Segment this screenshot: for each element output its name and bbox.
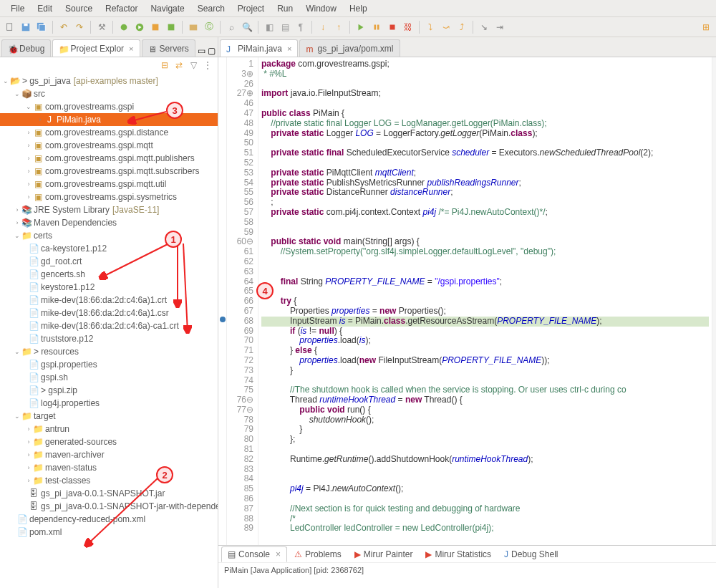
tree-target-folder[interactable]: ⌄📁target: [0, 410, 218, 423]
tree-package[interactable]: ›▣com.grovestreams.gspi.mqtt.subscribers: [0, 165, 218, 178]
resume-icon[interactable]: [354, 20, 368, 34]
open-type-icon[interactable]: ⌕: [224, 20, 238, 34]
tree-folder[interactable]: ›📁generated-sources: [0, 435, 218, 448]
menu-project[interactable]: Project: [231, 1, 271, 16]
suspend-icon[interactable]: [369, 20, 384, 34]
new-class-icon[interactable]: Ⓒ: [202, 20, 216, 34]
runext-icon[interactable]: [164, 20, 178, 34]
tree-file-pom[interactable]: 📄pom.xml: [0, 526, 218, 539]
maximize-icon[interactable]: ▢: [206, 45, 216, 57]
undo-icon[interactable]: ↶: [57, 20, 71, 34]
tree-file[interactable]: 📄> gspi.zip: [0, 384, 218, 397]
search-icon[interactable]: 🔍: [240, 20, 254, 34]
tree-folder[interactable]: ›📁maven-archiver: [0, 448, 218, 461]
bp-tab-mirur-painter[interactable]: ▶Mirur Painter: [349, 547, 419, 562]
tree-package[interactable]: ⌄▣com.grovestreams.gspi: [0, 100, 218, 113]
line-gutter[interactable]: 13⊕2627⊕464748495051525354555657585960⊖6…: [227, 57, 258, 545]
stepover-icon[interactable]: ⤻: [439, 20, 453, 34]
run-icon[interactable]: [132, 20, 147, 34]
tree-file[interactable]: 📄gspi.properties: [0, 358, 218, 371]
tab-servers[interactable]: 🖥Servers: [142, 39, 195, 57]
close-icon[interactable]: ×: [276, 549, 281, 559]
redo-icon[interactable]: ↷: [72, 20, 87, 34]
bp-tab-mirur-stats[interactable]: ▶Mirur Statistics: [420, 547, 497, 562]
tree-file[interactable]: 🗄gs_pi_java-0.0.1-SNAPSHOT.jar: [0, 487, 218, 500]
prev-annotation-icon[interactable]: ↑: [332, 20, 346, 34]
editor-tab-pom[interactable]: mgs_pi_java/pom.xml: [299, 39, 400, 57]
tree-package[interactable]: ›▣com.grovestreams.gspi.mqtt.util: [0, 178, 218, 191]
bp-tab-console[interactable]: ▤Console×: [221, 546, 287, 562]
bp-tab-problems[interactable]: ⚠Problems: [289, 547, 347, 562]
saveall-icon[interactable]: [34, 20, 49, 34]
tree-file[interactable]: 📄log4j.properties: [0, 397, 218, 410]
menu-run[interactable]: Run: [271, 1, 299, 16]
debug-icon[interactable]: [117, 20, 131, 34]
tree-folder[interactable]: ›📁maven-status: [0, 461, 218, 474]
disconnect-icon[interactable]: ⛓: [401, 20, 415, 34]
tree-file[interactable]: 📄dependency-reduced-pom.xml: [0, 513, 218, 526]
show-whitespace-icon[interactable]: ¶: [294, 20, 308, 34]
tree-file[interactable]: 📄mike-dev(18:66:da:2d:c4:6a)-ca1.crt: [0, 319, 218, 332]
overview-ruler[interactable]: [712, 57, 716, 545]
filter-icon[interactable]: ▽: [188, 59, 199, 71]
menu-help[interactable]: Help: [343, 1, 374, 16]
stepinto-icon[interactable]: ⤵: [423, 20, 437, 34]
code-area[interactable]: package com.grovestreams.gspi; * #%L imp…: [258, 57, 712, 545]
tree-file[interactable]: 📄mike-dev(18:66:da:2d:c4:6a)1.csr: [0, 307, 218, 319]
menu-source[interactable]: Source: [59, 1, 99, 16]
menu-file[interactable]: File: [4, 1, 31, 16]
build-icon[interactable]: ⚒: [95, 20, 109, 34]
tree-jre[interactable]: ›📚JRE System Library[JavaSE-11]: [0, 203, 218, 216]
tree-file[interactable]: 📄truststore.p12: [0, 332, 218, 345]
view-menu-icon[interactable]: ⋮: [202, 59, 213, 71]
tree-file[interactable]: 📄gencerts.sh: [0, 268, 218, 281]
stepreturn-icon[interactable]: ⤴: [455, 20, 469, 34]
tree-certs-folder[interactable]: ⌄📁certs: [0, 229, 218, 242]
tree-file[interactable]: 📄keystore1.p12: [0, 281, 218, 294]
dropframe-icon[interactable]: ↘: [477, 20, 491, 34]
perspective-icon[interactable]: ⊞: [699, 20, 713, 34]
menu-window[interactable]: Window: [299, 1, 343, 16]
tree-maven-deps[interactable]: ›📚Maven Dependencies: [0, 216, 218, 229]
tree-src[interactable]: ⌄📦src: [0, 87, 218, 100]
tree-package[interactable]: ›▣com.grovestreams.gspi.sysmetrics: [0, 191, 218, 203]
menu-search[interactable]: Search: [191, 1, 231, 16]
close-icon[interactable]: ×: [129, 44, 133, 53]
tree-file[interactable]: 🗄gs_pi_java-0.0.1-SNAPSHOT-jar-with-depe…: [0, 500, 218, 513]
menu-refactor[interactable]: Refactor: [99, 1, 144, 16]
editor-tab-pimain[interactable]: JPiMain.java×: [220, 39, 298, 57]
tree-file[interactable]: 📄mike-dev(18:66:da:2d:c4:6a)1.crt: [0, 294, 218, 307]
toggle-block-icon[interactable]: ▤: [278, 20, 292, 34]
tree-file[interactable]: 📄gspi.sh: [0, 371, 218, 384]
tab-debug[interactable]: 🐞Debug: [1, 39, 51, 57]
marker-strip[interactable]: [218, 57, 227, 545]
tree-package[interactable]: ›▣com.grovestreams.gspi.mqtt.publishers: [0, 152, 218, 165]
tree-file-pimain[interactable]: ›JPiMain.java: [0, 113, 218, 126]
new-icon[interactable]: [3, 20, 17, 34]
collapse-all-icon[interactable]: ⊟: [159, 59, 170, 71]
tree-package[interactable]: ›▣com.grovestreams.gspi.distance: [0, 126, 218, 139]
tree-project[interactable]: ⌄📂> gs_pi_java[api-examples master]: [0, 74, 218, 87]
tree-file[interactable]: 📄gd_root.crt: [0, 255, 218, 268]
tree-folder[interactable]: ›📁antrun: [0, 423, 218, 435]
save-icon[interactable]: [19, 20, 33, 34]
tree-resources-folder[interactable]: ⌄📁> resources: [0, 345, 218, 358]
close-icon[interactable]: ×: [287, 44, 291, 53]
code-editor[interactable]: 13⊕2627⊕464748495051525354555657585960⊖6…: [218, 57, 716, 545]
minimize-icon[interactable]: ▭: [197, 45, 207, 57]
next-annotation-icon[interactable]: ↓: [316, 20, 330, 34]
toggle-mark-icon[interactable]: ◧: [262, 20, 276, 34]
terminate-icon[interactable]: [385, 20, 400, 34]
link-editor-icon[interactable]: ⇄: [173, 59, 185, 71]
tab-project-explorer[interactable]: 📁Project Explor×: [52, 39, 140, 57]
project-tree[interactable]: ⌄📂> gs_pi_java[api-examples master] ⌄📦sr…: [0, 73, 218, 588]
tree-file[interactable]: 📄ca-keystore1.p12: [0, 242, 218, 255]
tree-folder[interactable]: ›📁test-classes: [0, 474, 218, 487]
coverage-icon[interactable]: [148, 20, 163, 34]
menu-navigate[interactable]: Navigate: [144, 1, 190, 16]
bp-tab-debug-shell[interactable]: JDebug Shell: [498, 547, 563, 562]
menu-edit[interactable]: Edit: [31, 1, 59, 16]
tree-package[interactable]: ›▣com.grovestreams.gspi.mqtt: [0, 139, 218, 152]
new-pkg-icon[interactable]: [186, 20, 200, 34]
usestepin-icon[interactable]: ⇥: [493, 20, 507, 34]
